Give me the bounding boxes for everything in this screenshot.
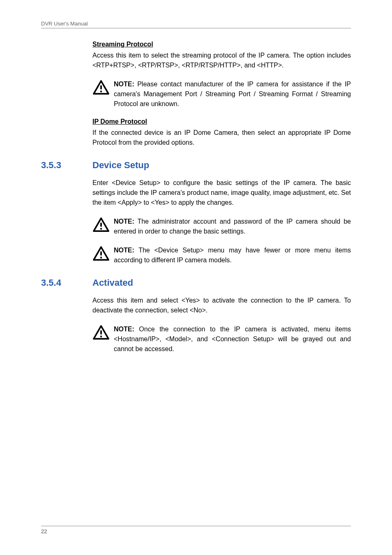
note-block-2: NOTE: The administrator account and pass… bbox=[92, 217, 351, 236]
note-2-text: NOTE: The administrator account and pass… bbox=[114, 217, 351, 236]
ip-dome-protocol-body: If the connected device is an IP Dome Ca… bbox=[92, 128, 351, 148]
ip-dome-protocol-heading: IP Dome Protocol bbox=[92, 118, 351, 125]
note-4-label: NOTE: bbox=[114, 326, 134, 333]
note-block-4: NOTE: Once the connection to the IP came… bbox=[92, 324, 351, 354]
note-3-label: NOTE: bbox=[114, 247, 134, 254]
section-354-number: 3.5.4 bbox=[41, 278, 92, 288]
header-title: DVR User's Manual bbox=[41, 21, 351, 27]
warning-icon bbox=[92, 246, 110, 261]
section-354-title: Activated bbox=[92, 278, 133, 288]
warning-icon bbox=[92, 80, 110, 95]
footer-divider bbox=[41, 526, 351, 526]
note-1-label: NOTE: bbox=[114, 81, 134, 88]
note-3-text: NOTE: The <Device Setup> menu may have f… bbox=[114, 245, 351, 265]
streaming-protocol-body: Access this item to select the streaming… bbox=[92, 51, 351, 70]
warning-icon bbox=[92, 325, 110, 340]
section-354-row: 3.5.4 Activated bbox=[41, 278, 351, 288]
section-353-title: Device Setup bbox=[92, 160, 149, 171]
page-number: 22 bbox=[41, 528, 351, 534]
note-1-text: NOTE: Please contact manufacturer of the… bbox=[114, 79, 351, 109]
section-353-body: Enter <Device Setup> to configure the ba… bbox=[92, 178, 351, 208]
note-4-text: NOTE: Once the connection to the IP came… bbox=[114, 324, 351, 354]
note-3-body: The <Device Setup> menu may have fewer o… bbox=[114, 247, 351, 264]
section-353-number: 3.5.3 bbox=[41, 160, 92, 171]
footer: 22 bbox=[41, 526, 351, 534]
warning-icon bbox=[92, 217, 110, 232]
section-353-row: 3.5.3 Device Setup bbox=[41, 160, 351, 171]
section-354-body: Access this item and select <Yes> to act… bbox=[92, 296, 351, 315]
note-4-body: Once the connection to the IP camera is … bbox=[114, 326, 351, 352]
header-divider bbox=[41, 28, 351, 28]
note-block-1: NOTE: Please contact manufacturer of the… bbox=[92, 79, 351, 109]
note-1-body: Please contact manufacturer of the IP ca… bbox=[114, 81, 351, 107]
note-2-body: The administrator account and password o… bbox=[114, 218, 351, 235]
note-block-3: NOTE: The <Device Setup> menu may have f… bbox=[92, 245, 351, 265]
note-2-label: NOTE: bbox=[114, 218, 134, 225]
streaming-protocol-heading: Streaming Protocol bbox=[92, 41, 351, 48]
